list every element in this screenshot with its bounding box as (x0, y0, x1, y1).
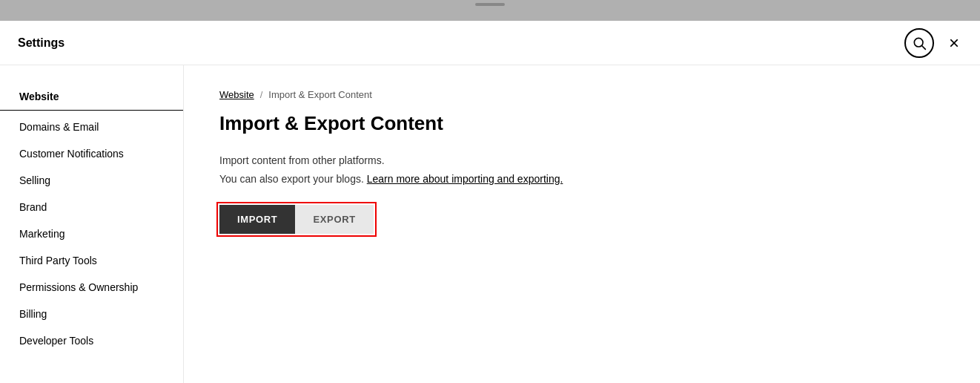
main-content: Website / Import & Export Content Import… (184, 65, 980, 383)
sidebar: Website Domains & Email Customer Notific… (0, 65, 184, 383)
svg-line-1 (922, 45, 926, 49)
modal-header: Settings × (0, 21, 980, 65)
top-bar (0, 0, 980, 21)
breadcrumb-parent[interactable]: Website (219, 89, 254, 100)
sidebar-item-brand[interactable]: Brand (0, 194, 183, 220)
page-title: Import & Export Content (219, 112, 944, 135)
description-line2-pre: You can also export your blogs. (219, 173, 364, 185)
breadcrumb: Website / Import & Export Content (219, 89, 944, 100)
sidebar-item-customer-notifications[interactable]: Customer Notifications (0, 140, 183, 167)
sidebar-item-domains-email[interactable]: Domains & Email (0, 114, 183, 140)
sidebar-item-third-party-tools[interactable]: Third Party Tools (0, 247, 183, 274)
import-button[interactable]: IMPORT (219, 205, 295, 234)
search-button[interactable] (904, 28, 934, 58)
search-icon (912, 36, 927, 50)
button-group-wrapper: IMPORT EXPORT (219, 205, 374, 234)
sidebar-item-marketing[interactable]: Marketing (0, 220, 183, 247)
breadcrumb-current: Import & Export Content (268, 89, 371, 100)
sidebar-item-developer-tools[interactable]: Developer Tools (0, 327, 183, 354)
sidebar-item-billing[interactable]: Billing (0, 301, 183, 327)
modal-body: Website Domains & Email Customer Notific… (0, 65, 980, 383)
sidebar-item-permissions-ownership[interactable]: Permissions & Ownership (0, 274, 183, 301)
modal-title: Settings (18, 36, 64, 50)
description-line2: You can also export your blogs. Learn mo… (219, 171, 944, 187)
export-button[interactable]: EXPORT (295, 205, 373, 234)
sidebar-item-selling[interactable]: Selling (0, 167, 183, 194)
description-line1: Import content from other platforms. (219, 153, 944, 168)
breadcrumb-separator: / (260, 89, 263, 100)
header-actions: × (904, 28, 962, 58)
button-group: IMPORT EXPORT (219, 205, 374, 234)
learn-more-link[interactable]: Learn more about importing and exporting… (367, 173, 563, 185)
drag-handle (475, 3, 505, 6)
settings-modal: Settings × Website Domains & Email Custo… (0, 21, 980, 383)
sidebar-section-label: Website (0, 83, 183, 111)
close-button[interactable]: × (946, 31, 962, 55)
